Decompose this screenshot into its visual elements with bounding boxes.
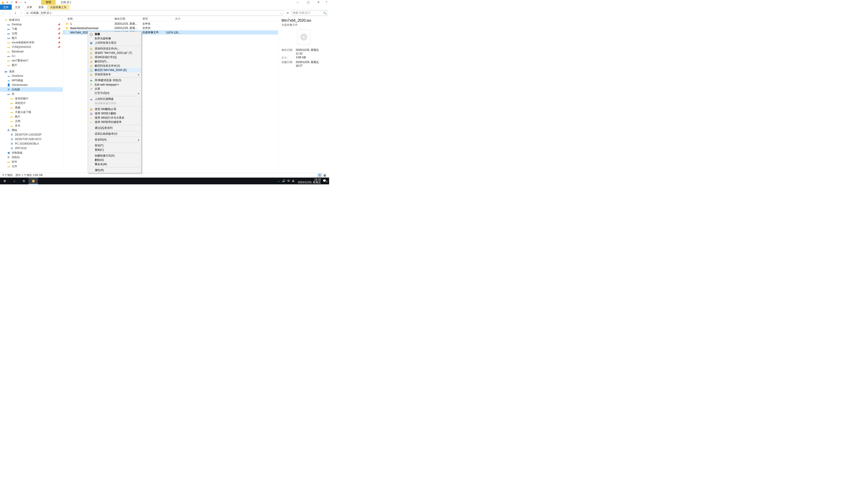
- context-menu-item[interactable]: 打开方式(H)▸: [88, 91, 141, 95]
- chevron-right-icon[interactable]: ›: [39, 11, 40, 15]
- tree-win7[interactable]: ▬win7重装win7: [0, 58, 63, 63]
- tree-yunqishi[interactable]: ▬YUNQISHI2019📌: [0, 45, 63, 49]
- context-menu-item[interactable]: ↗共享: [88, 87, 141, 91]
- context-menu-item[interactable]: ▥其他压缩命令▸: [88, 72, 141, 76]
- tree-documents[interactable]: ▬文档📌: [0, 31, 63, 36]
- tab-view[interactable]: 查看: [35, 4, 47, 10]
- tree-network[interactable]: 🖧网络: [0, 128, 63, 132]
- context-menu-item[interactable]: ✎Edit with Notepad++: [88, 83, 141, 87]
- tree-g-drive[interactable]: ▬G:\: [0, 54, 63, 58]
- context-menu-item[interactable]: ☁上传到百度网盘: [88, 97, 141, 101]
- taskbar-clock[interactable]: 16:322020/12/25, 星期五: [298, 178, 321, 184]
- tree-music[interactable]: ▬音乐: [0, 123, 63, 128]
- qat-dropdown-icon[interactable]: ▾: [5, 0, 9, 4]
- column-date[interactable]: 修改日期: [113, 17, 141, 21]
- tab-share[interactable]: 共享: [24, 4, 35, 10]
- view-icons-button[interactable]: ▦: [322, 173, 327, 177]
- tree-pictures2[interactable]: ▬图片: [0, 63, 63, 67]
- context-menu-item[interactable]: ●使用 360管理右键菜单: [88, 120, 141, 124]
- context-menu-item[interactable]: ▥添加到 "Win7x64_2020.zip" (T): [88, 51, 141, 55]
- tree-libraries[interactable]: ▬库: [0, 92, 63, 96]
- qat-more-icon[interactable]: ▾: [24, 0, 27, 4]
- explorer-taskbar-button[interactable]: ▆: [29, 177, 38, 184]
- new-folder-icon[interactable]: ▭: [19, 0, 23, 4]
- search-icon[interactable]: 🔍: [323, 11, 327, 15]
- context-menu-item[interactable]: 剪切(T): [88, 143, 141, 148]
- forward-button[interactable]: →: [7, 11, 12, 15]
- ime-indicator[interactable]: 中: [287, 179, 290, 183]
- volume-icon[interactable]: 🔊: [282, 180, 285, 183]
- context-menu-item[interactable]: ●使用 360进行木马云查杀: [88, 116, 141, 120]
- tree-administrator[interactable]: 👤Administrator: [0, 83, 63, 87]
- tree-recycle-bin[interactable]: 🗑回收站: [0, 155, 63, 160]
- start-button[interactable]: ⊞: [0, 177, 9, 184]
- context-menu-item[interactable]: ▥解压到 Win7x64_2020\ (E): [88, 68, 141, 72]
- tree-this-pc[interactable]: 🖥此电脑: [0, 87, 63, 92]
- tree-software[interactable]: ▬软件: [0, 160, 63, 164]
- context-menu-item[interactable]: ◯装载: [88, 32, 141, 36]
- folder-icon[interactable]: ▅: [1, 0, 4, 4]
- tree-wps[interactable]: ☁WPS网盘: [0, 78, 63, 83]
- tree-network-pc[interactable]: 🖥DESKTOP-LSSOEDP: [0, 132, 63, 137]
- tree-local-pictures[interactable]: ▬本机照片: [0, 101, 63, 105]
- column-size[interactable]: 大小: [164, 17, 182, 21]
- tree-pictures3[interactable]: ▬图片: [0, 114, 63, 119]
- context-menu-item[interactable]: ▦使用 360强力删除: [88, 111, 141, 116]
- column-type[interactable]: 类型: [141, 17, 164, 21]
- tree-downloads[interactable]: ▬下载📌: [0, 27, 63, 31]
- tree-pictures[interactable]: ▬图片📌: [0, 36, 63, 40]
- search-button[interactable]: ⌕: [9, 177, 19, 184]
- tab-home[interactable]: 主页: [12, 4, 24, 10]
- tab-file[interactable]: 文件: [0, 4, 12, 10]
- tree-network-pc[interactable]: 🖥PC-20190530OBLA: [0, 141, 63, 146]
- breadcrumb[interactable]: 🖥 › 此电脑 › 文档 (E:) › ⌄: [25, 11, 283, 15]
- tree-excel-folder[interactable]: ▬excel表格制作求和📌: [0, 40, 63, 45]
- tree-desktop-root[interactable]: ▬桌面: [0, 69, 63, 74]
- breadcrumb-drive[interactable]: 文档 (E:): [40, 11, 51, 15]
- context-menu-item[interactable]: 创建快捷方式(S): [88, 154, 141, 158]
- close-icon[interactable]: ✖: [14, 0, 18, 4]
- view-details-button[interactable]: ☰: [317, 173, 322, 177]
- check-icon[interactable]: ✔: [10, 0, 13, 4]
- context-menu-item[interactable]: 还原以前的版本(V): [88, 132, 141, 136]
- search-input[interactable]: 搜索"文档 (E:)" 🔍: [291, 11, 328, 15]
- context-menu-item[interactable]: ▥添加到压缩文件(A)...: [88, 46, 141, 51]
- action-center-icon[interactable]: 💬3: [323, 179, 327, 183]
- context-menu-item[interactable]: 刻录光盘映像: [88, 36, 141, 41]
- tree-saved-pictures[interactable]: ▬保存的图片: [0, 96, 63, 101]
- breadcrumb-dropdown-icon[interactable]: ⌄: [280, 11, 282, 15]
- context-tab[interactable]: 管理: [41, 0, 56, 5]
- context-menu-item[interactable]: 复制(C): [88, 148, 141, 152]
- context-menu-item[interactable]: 属性(R): [88, 168, 141, 172]
- refresh-button[interactable]: ⟳: [285, 11, 290, 15]
- task-view-button[interactable]: ⧉: [19, 177, 29, 184]
- tree-quick-access[interactable]: ★快速访问: [0, 18, 63, 22]
- context-menu-item[interactable]: ▥用360压缩打开(Q): [88, 55, 141, 59]
- recent-dropdown-icon[interactable]: ▾: [13, 11, 18, 15]
- context-menu-item[interactable]: ◆用 蜂蜜浏览器 浏览(3): [88, 78, 141, 83]
- context-menu-item[interactable]: ▥解压到(F)...: [88, 59, 141, 64]
- tree-onedrive[interactable]: ☁OneDrive: [0, 74, 63, 78]
- minimize-button[interactable]: ─: [292, 0, 303, 4]
- context-menu-item[interactable]: ▣上传到有道云笔记: [88, 41, 141, 45]
- tree-videos[interactable]: ▬视频: [0, 105, 63, 110]
- tree-network-pc[interactable]: 🖥ZMT2019: [0, 146, 63, 151]
- close-button[interactable]: ✕: [313, 0, 324, 4]
- tree-documents2[interactable]: ▬文档: [0, 119, 63, 123]
- context-menu-item[interactable]: 发送到(N)▸: [88, 138, 141, 142]
- context-menu-item[interactable]: 删除(D): [88, 158, 141, 162]
- up-button[interactable]: ↑: [19, 11, 24, 15]
- column-name[interactable]: 名称: [63, 17, 113, 21]
- tab-disc-tools[interactable]: 光盘映像工具: [47, 4, 70, 10]
- context-menu-item[interactable]: ▦使用 360解除占用: [88, 107, 141, 111]
- chevron-right-icon[interactable]: ›: [52, 11, 53, 15]
- help-icon[interactable]: ?: [324, 0, 329, 4]
- network-icon[interactable]: 🖧: [292, 180, 294, 183]
- tree-control-panel[interactable]: ▣控制面板: [0, 151, 63, 155]
- context-menu-item[interactable]: 通过QQ发送到: [88, 126, 141, 130]
- tree-sky-download[interactable]: ▬天翼云盘下载: [0, 110, 63, 114]
- tree-desktop[interactable]: ▬Desktop📌: [0, 22, 63, 27]
- tree-bandicam[interactable]: ▬Bandicam: [0, 49, 63, 54]
- back-button[interactable]: ←: [1, 11, 6, 15]
- file-row[interactable]: 📁BaiduNetdiskDownload 2020/12/25, 星期五 1.…: [63, 26, 278, 30]
